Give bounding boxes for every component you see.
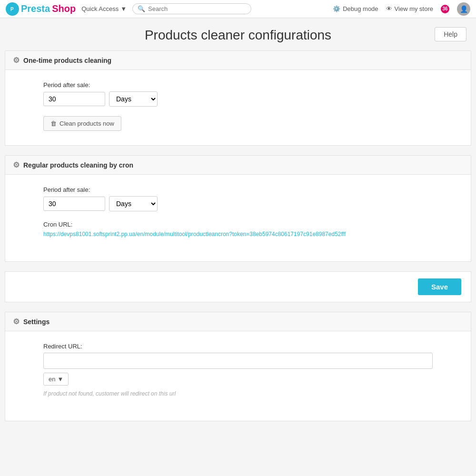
gear-icon-settings: ⚙ [13,317,20,326]
page-header: Products cleaner configurations Help [0,18,476,50]
chevron-down-lang-icon: ▼ [57,376,63,383]
clean-products-button[interactable]: 🗑 Clean products now [43,116,121,131]
settings-body: Redirect URL: en ▼ If product not found,… [5,331,471,421]
one-time-cleaning-body: Period after sale: Days Weeks Months 🗑 C… [5,70,471,145]
cron-url-label: Cron URL: [43,221,433,228]
settings-title: Settings [23,318,50,326]
notifications-button[interactable]: 36 [441,5,449,13]
save-section: Save [5,271,471,302]
cron-url-link[interactable]: https://devps81001.softsprint2.pp.ua/en/… [43,231,346,238]
debug-mode-label: Debug mode [343,5,378,12]
gear-icon: ⚙ [13,56,20,65]
chevron-down-icon: ▼ [120,5,127,12]
one-time-period-input[interactable] [43,92,105,106]
view-store-button[interactable]: 👁 View my store [386,5,433,12]
cron-url-group: Cron URL: https://devps81001.softsprint2… [43,221,433,238]
svg-text:P: P [10,7,14,12]
view-store-label: View my store [395,5,433,12]
search-input[interactable] [148,5,246,12]
main-content: ⚙ One-time products cleaning Period afte… [0,50,476,440]
avatar[interactable]: 👤 [457,2,470,16]
one-time-period-group: Period after sale: Days Weeks Months [43,81,433,107]
quick-access-label: Quick Access [81,5,119,12]
regular-period-group: Period after sale: Days Weeks Months [43,186,433,211]
eye-icon: 👁 [386,5,392,12]
logo-presta-text: Presta [21,3,50,14]
quick-access-menu[interactable]: Quick Access ▼ [81,5,127,12]
save-button[interactable]: Save [418,278,461,295]
settings-card: ⚙ Settings Redirect URL: en ▼ If product… [5,312,471,421]
regular-cleaning-body: Period after sale: Days Weeks Months Cro… [5,175,471,261]
gear-icon-cron: ⚙ [13,160,20,169]
search-icon: 🔍 [138,5,145,12]
clean-products-label: Clean products now [60,120,114,127]
regular-period-label: Period after sale: [43,186,433,193]
debug-mode-button[interactable]: ⚙️ Debug mode [333,5,378,12]
redirect-url-group: Redirect URL: en ▼ If product not found,… [43,343,433,397]
navbar: P PrestaShop Quick Access ▼ 🔍 ⚙️ Debug m… [0,0,476,18]
trash-icon: 🗑 [50,120,57,127]
lang-select-button[interactable]: en ▼ [43,373,69,386]
one-time-period-label: Period after sale: [43,81,433,89]
regular-cleaning-card: ⚙ Regular products cleaning by cron Peri… [5,155,471,262]
logo-shop-text: Shop [52,3,76,14]
search-bar[interactable]: 🔍 [132,3,251,14]
one-time-period-row: Days Weeks Months [43,91,433,107]
one-time-cleaning-header: ⚙ One-time products cleaning [5,51,471,70]
redirect-url-label: Redirect URL: [43,343,433,350]
regular-period-row: Days Weeks Months [43,196,433,211]
notification-badge: 36 [441,5,449,13]
page-title: Products cleaner configurations [145,28,331,43]
lang-label: en [49,376,55,383]
one-time-cleaning-title: One-time products cleaning [23,57,111,64]
avatar-icon: 👤 [460,5,468,13]
logo-icon: P [6,2,19,16]
redirect-url-input[interactable] [43,353,433,369]
navbar-right: ⚙️ Debug mode 👁 View my store 36 👤 [333,2,470,16]
help-button[interactable]: Help [435,27,466,41]
debug-icon: ⚙️ [333,5,340,12]
brand-logo[interactable]: P PrestaShop [6,2,76,16]
one-time-period-unit-select[interactable]: Days Weeks Months [109,91,158,107]
regular-cleaning-header: ⚙ Regular products cleaning by cron [5,156,471,175]
one-time-cleaning-card: ⚙ One-time products cleaning Period afte… [5,50,471,146]
redirect-hint-text: If product not found, customer will redi… [43,390,433,397]
regular-period-input[interactable] [43,197,105,211]
regular-period-unit-select[interactable]: Days Weeks Months [109,196,158,211]
regular-cleaning-title: Regular products cleaning by cron [23,161,133,169]
settings-header: ⚙ Settings [5,312,471,331]
